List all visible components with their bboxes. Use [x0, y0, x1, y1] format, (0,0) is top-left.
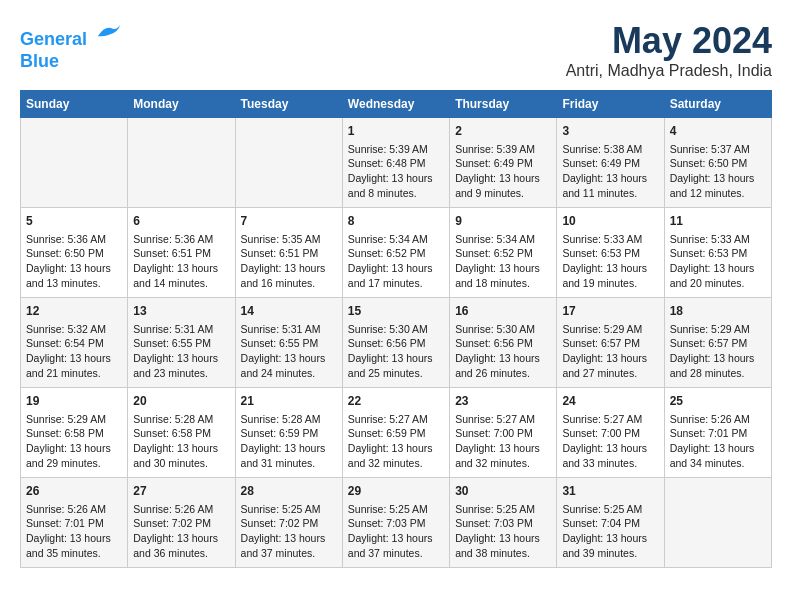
day-info: Sunrise: 5:25 AM Sunset: 7:04 PM Dayligh… [562, 502, 658, 561]
calendar-cell: 3Sunrise: 5:38 AM Sunset: 6:49 PM Daylig… [557, 118, 664, 208]
day-info: Sunrise: 5:34 AM Sunset: 6:52 PM Dayligh… [455, 232, 551, 291]
day-info: Sunrise: 5:27 AM Sunset: 6:59 PM Dayligh… [348, 412, 444, 471]
day-number: 12 [26, 303, 122, 320]
day-info: Sunrise: 5:29 AM Sunset: 6:57 PM Dayligh… [562, 322, 658, 381]
header-day: Monday [128, 91, 235, 118]
calendar-cell: 16Sunrise: 5:30 AM Sunset: 6:56 PM Dayli… [450, 298, 557, 388]
day-info: Sunrise: 5:28 AM Sunset: 6:59 PM Dayligh… [241, 412, 337, 471]
calendar-cell: 21Sunrise: 5:28 AM Sunset: 6:59 PM Dayli… [235, 388, 342, 478]
calendar-cell: 25Sunrise: 5:26 AM Sunset: 7:01 PM Dayli… [664, 388, 771, 478]
calendar-cell: 24Sunrise: 5:27 AM Sunset: 7:00 PM Dayli… [557, 388, 664, 478]
day-info: Sunrise: 5:28 AM Sunset: 6:58 PM Dayligh… [133, 412, 229, 471]
calendar-week-row: 26Sunrise: 5:26 AM Sunset: 7:01 PM Dayli… [21, 478, 772, 568]
title-block: May 2024 Antri, Madhya Pradesh, India [566, 20, 772, 80]
calendar-cell: 1Sunrise: 5:39 AM Sunset: 6:48 PM Daylig… [342, 118, 449, 208]
logo-general: General [20, 29, 87, 49]
day-number: 6 [133, 213, 229, 230]
header-day: Friday [557, 91, 664, 118]
day-info: Sunrise: 5:26 AM Sunset: 7:01 PM Dayligh… [26, 502, 122, 561]
day-number: 11 [670, 213, 766, 230]
logo-text: General [20, 20, 124, 51]
day-number: 20 [133, 393, 229, 410]
header-day: Tuesday [235, 91, 342, 118]
day-number: 3 [562, 123, 658, 140]
day-number: 10 [562, 213, 658, 230]
calendar-cell: 9Sunrise: 5:34 AM Sunset: 6:52 PM Daylig… [450, 208, 557, 298]
day-number: 29 [348, 483, 444, 500]
calendar-body: 1Sunrise: 5:39 AM Sunset: 6:48 PM Daylig… [21, 118, 772, 568]
day-info: Sunrise: 5:36 AM Sunset: 6:51 PM Dayligh… [133, 232, 229, 291]
calendar-cell: 10Sunrise: 5:33 AM Sunset: 6:53 PM Dayli… [557, 208, 664, 298]
calendar-cell: 19Sunrise: 5:29 AM Sunset: 6:58 PM Dayli… [21, 388, 128, 478]
header-day: Sunday [21, 91, 128, 118]
calendar-cell [21, 118, 128, 208]
calendar-cell: 2Sunrise: 5:39 AM Sunset: 6:49 PM Daylig… [450, 118, 557, 208]
day-info: Sunrise: 5:25 AM Sunset: 7:03 PM Dayligh… [455, 502, 551, 561]
calendar-cell: 14Sunrise: 5:31 AM Sunset: 6:55 PM Dayli… [235, 298, 342, 388]
day-info: Sunrise: 5:38 AM Sunset: 6:49 PM Dayligh… [562, 142, 658, 201]
day-info: Sunrise: 5:31 AM Sunset: 6:55 PM Dayligh… [241, 322, 337, 381]
day-number: 18 [670, 303, 766, 320]
location: Antri, Madhya Pradesh, India [566, 62, 772, 80]
calendar-cell: 6Sunrise: 5:36 AM Sunset: 6:51 PM Daylig… [128, 208, 235, 298]
calendar-cell: 5Sunrise: 5:36 AM Sunset: 6:50 PM Daylig… [21, 208, 128, 298]
day-info: Sunrise: 5:26 AM Sunset: 7:02 PM Dayligh… [133, 502, 229, 561]
day-info: Sunrise: 5:39 AM Sunset: 6:49 PM Dayligh… [455, 142, 551, 201]
calendar-cell: 4Sunrise: 5:37 AM Sunset: 6:50 PM Daylig… [664, 118, 771, 208]
day-info: Sunrise: 5:29 AM Sunset: 6:57 PM Dayligh… [670, 322, 766, 381]
day-number: 24 [562, 393, 658, 410]
calendar-cell [664, 478, 771, 568]
day-number: 5 [26, 213, 122, 230]
day-number: 22 [348, 393, 444, 410]
header-day: Wednesday [342, 91, 449, 118]
calendar-week-row: 19Sunrise: 5:29 AM Sunset: 6:58 PM Dayli… [21, 388, 772, 478]
day-number: 17 [562, 303, 658, 320]
calendar-week-row: 12Sunrise: 5:32 AM Sunset: 6:54 PM Dayli… [21, 298, 772, 388]
calendar-cell: 13Sunrise: 5:31 AM Sunset: 6:55 PM Dayli… [128, 298, 235, 388]
day-number: 31 [562, 483, 658, 500]
calendar-cell [128, 118, 235, 208]
header-row: SundayMondayTuesdayWednesdayThursdayFrid… [21, 91, 772, 118]
day-info: Sunrise: 5:33 AM Sunset: 6:53 PM Dayligh… [562, 232, 658, 291]
day-number: 8 [348, 213, 444, 230]
calendar-cell: 17Sunrise: 5:29 AM Sunset: 6:57 PM Dayli… [557, 298, 664, 388]
day-info: Sunrise: 5:35 AM Sunset: 6:51 PM Dayligh… [241, 232, 337, 291]
day-number: 28 [241, 483, 337, 500]
day-number: 13 [133, 303, 229, 320]
day-info: Sunrise: 5:36 AM Sunset: 6:50 PM Dayligh… [26, 232, 122, 291]
calendar-cell: 30Sunrise: 5:25 AM Sunset: 7:03 PM Dayli… [450, 478, 557, 568]
day-number: 30 [455, 483, 551, 500]
day-number: 4 [670, 123, 766, 140]
day-number: 1 [348, 123, 444, 140]
day-info: Sunrise: 5:25 AM Sunset: 7:02 PM Dayligh… [241, 502, 337, 561]
day-info: Sunrise: 5:32 AM Sunset: 6:54 PM Dayligh… [26, 322, 122, 381]
day-info: Sunrise: 5:29 AM Sunset: 6:58 PM Dayligh… [26, 412, 122, 471]
day-number: 16 [455, 303, 551, 320]
header-day: Saturday [664, 91, 771, 118]
day-info: Sunrise: 5:27 AM Sunset: 7:00 PM Dayligh… [455, 412, 551, 471]
calendar-cell: 27Sunrise: 5:26 AM Sunset: 7:02 PM Dayli… [128, 478, 235, 568]
day-info: Sunrise: 5:25 AM Sunset: 7:03 PM Dayligh… [348, 502, 444, 561]
day-info: Sunrise: 5:33 AM Sunset: 6:53 PM Dayligh… [670, 232, 766, 291]
day-number: 14 [241, 303, 337, 320]
calendar-header: SundayMondayTuesdayWednesdayThursdayFrid… [21, 91, 772, 118]
calendar-cell: 29Sunrise: 5:25 AM Sunset: 7:03 PM Dayli… [342, 478, 449, 568]
logo-blue: Blue [20, 51, 124, 73]
day-number: 21 [241, 393, 337, 410]
calendar-cell: 11Sunrise: 5:33 AM Sunset: 6:53 PM Dayli… [664, 208, 771, 298]
day-info: Sunrise: 5:30 AM Sunset: 6:56 PM Dayligh… [455, 322, 551, 381]
day-info: Sunrise: 5:26 AM Sunset: 7:01 PM Dayligh… [670, 412, 766, 471]
day-number: 26 [26, 483, 122, 500]
day-number: 15 [348, 303, 444, 320]
day-number: 7 [241, 213, 337, 230]
calendar-week-row: 1Sunrise: 5:39 AM Sunset: 6:48 PM Daylig… [21, 118, 772, 208]
calendar-cell: 7Sunrise: 5:35 AM Sunset: 6:51 PM Daylig… [235, 208, 342, 298]
calendar-cell: 18Sunrise: 5:29 AM Sunset: 6:57 PM Dayli… [664, 298, 771, 388]
calendar-cell: 28Sunrise: 5:25 AM Sunset: 7:02 PM Dayli… [235, 478, 342, 568]
page-header: General Blue May 2024 Antri, Madhya Prad… [20, 20, 772, 80]
day-info: Sunrise: 5:37 AM Sunset: 6:50 PM Dayligh… [670, 142, 766, 201]
calendar-cell: 22Sunrise: 5:27 AM Sunset: 6:59 PM Dayli… [342, 388, 449, 478]
month-title: May 2024 [566, 20, 772, 62]
day-info: Sunrise: 5:27 AM Sunset: 7:00 PM Dayligh… [562, 412, 658, 471]
logo: General Blue [20, 20, 124, 72]
